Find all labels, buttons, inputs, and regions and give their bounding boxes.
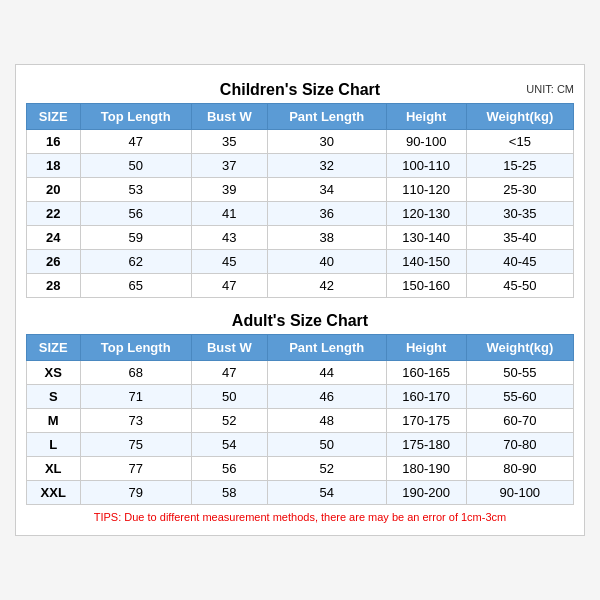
table-cell: 56 [191, 457, 267, 481]
table-cell: 48 [267, 409, 386, 433]
table-cell: 47 [191, 274, 267, 298]
table-cell: 140-150 [386, 250, 466, 274]
table-cell: 30-35 [466, 202, 573, 226]
table-row: 1647353090-100<15 [27, 130, 574, 154]
table-cell: 42 [267, 274, 386, 298]
table-cell: 50 [80, 154, 191, 178]
table-cell: 90-100 [386, 130, 466, 154]
table-cell: 45 [191, 250, 267, 274]
table-cell: 50-55 [466, 361, 573, 385]
children-col-toplength: Top Length [80, 104, 191, 130]
table-cell: 54 [191, 433, 267, 457]
table-cell: 43 [191, 226, 267, 250]
table-cell: 34 [267, 178, 386, 202]
table-row: L755450175-18070-80 [27, 433, 574, 457]
children-table: SIZE Top Length Bust W Pant Length Heigh… [26, 103, 574, 298]
table-cell: 58 [191, 481, 267, 505]
table-cell: M [27, 409, 81, 433]
table-cell: S [27, 385, 81, 409]
table-cell: L [27, 433, 81, 457]
chart-container: Children's Size Chart UNIT: CM SIZE Top … [15, 64, 585, 536]
tips-text: TIPS: Due to different measurement metho… [26, 505, 574, 525]
table-cell: 110-120 [386, 178, 466, 202]
table-cell: 77 [80, 457, 191, 481]
table-cell: 80-90 [466, 457, 573, 481]
table-cell: 190-200 [386, 481, 466, 505]
table-cell: 36 [267, 202, 386, 226]
table-cell: 41 [191, 202, 267, 226]
table-cell: 26 [27, 250, 81, 274]
adults-col-pantlength: Pant Length [267, 335, 386, 361]
table-cell: <15 [466, 130, 573, 154]
table-row: 28654742150-16045-50 [27, 274, 574, 298]
children-col-height: Height [386, 104, 466, 130]
table-cell: 30 [267, 130, 386, 154]
table-row: 24594338130-14035-40 [27, 226, 574, 250]
table-cell: 62 [80, 250, 191, 274]
table-cell: 65 [80, 274, 191, 298]
children-section-title: Children's Size Chart UNIT: CM [26, 75, 574, 103]
table-row: XS684744160-16550-55 [27, 361, 574, 385]
table-cell: XXL [27, 481, 81, 505]
table-cell: 47 [80, 130, 191, 154]
table-cell: 16 [27, 130, 81, 154]
table-cell: 28 [27, 274, 81, 298]
children-col-size: SIZE [27, 104, 81, 130]
adults-col-weight: Weight(kg) [466, 335, 573, 361]
table-row: XL775652180-19080-90 [27, 457, 574, 481]
adults-header-row: SIZE Top Length Bust W Pant Length Heigh… [27, 335, 574, 361]
table-cell: 15-25 [466, 154, 573, 178]
table-cell: 120-130 [386, 202, 466, 226]
table-cell: 37 [191, 154, 267, 178]
table-cell: 160-165 [386, 361, 466, 385]
table-cell: 44 [267, 361, 386, 385]
table-cell: 73 [80, 409, 191, 433]
table-row: XXL795854190-20090-100 [27, 481, 574, 505]
table-cell: 175-180 [386, 433, 466, 457]
adults-col-toplength: Top Length [80, 335, 191, 361]
adults-col-height: Height [386, 335, 466, 361]
table-cell: 56 [80, 202, 191, 226]
table-cell: 20 [27, 178, 81, 202]
table-cell: 55-60 [466, 385, 573, 409]
table-cell: 47 [191, 361, 267, 385]
table-cell: 90-100 [466, 481, 573, 505]
table-cell: 79 [80, 481, 191, 505]
table-row: 18503732100-11015-25 [27, 154, 574, 178]
table-cell: 59 [80, 226, 191, 250]
table-cell: 35-40 [466, 226, 573, 250]
children-title-text: Children's Size Chart [220, 81, 380, 98]
unit-label: UNIT: CM [526, 83, 574, 95]
table-cell: 180-190 [386, 457, 466, 481]
table-cell: 100-110 [386, 154, 466, 178]
table-cell: 50 [191, 385, 267, 409]
children-col-bustw: Bust W [191, 104, 267, 130]
children-header-row: SIZE Top Length Bust W Pant Length Heigh… [27, 104, 574, 130]
table-cell: 45-50 [466, 274, 573, 298]
children-col-weight: Weight(kg) [466, 104, 573, 130]
table-cell: 40 [267, 250, 386, 274]
table-cell: XS [27, 361, 81, 385]
table-cell: 52 [267, 457, 386, 481]
table-cell: 53 [80, 178, 191, 202]
table-cell: 60-70 [466, 409, 573, 433]
table-cell: 25-30 [466, 178, 573, 202]
table-row: M735248170-17560-70 [27, 409, 574, 433]
table-cell: 18 [27, 154, 81, 178]
table-cell: 70-80 [466, 433, 573, 457]
table-row: S715046160-17055-60 [27, 385, 574, 409]
table-cell: 32 [267, 154, 386, 178]
table-cell: 54 [267, 481, 386, 505]
table-cell: 52 [191, 409, 267, 433]
adults-title-text: Adult's Size Chart [232, 312, 368, 329]
table-cell: 35 [191, 130, 267, 154]
table-cell: XL [27, 457, 81, 481]
table-cell: 22 [27, 202, 81, 226]
table-cell: 39 [191, 178, 267, 202]
table-row: 26624540140-15040-45 [27, 250, 574, 274]
table-cell: 46 [267, 385, 386, 409]
table-cell: 75 [80, 433, 191, 457]
adults-section-title: Adult's Size Chart [26, 306, 574, 334]
table-cell: 50 [267, 433, 386, 457]
children-col-pantlength: Pant Length [267, 104, 386, 130]
